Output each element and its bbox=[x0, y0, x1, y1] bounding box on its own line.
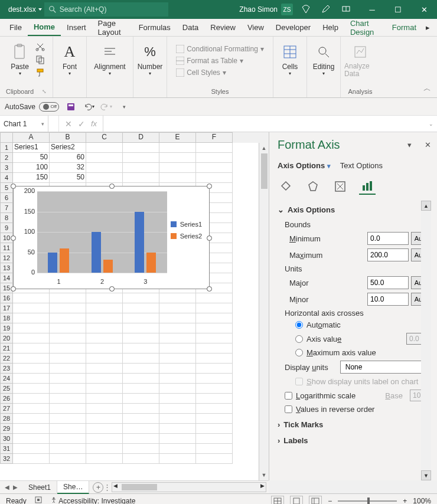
close-pane-icon[interactable]: ✕ bbox=[425, 140, 431, 149]
cell[interactable] bbox=[50, 454, 86, 464]
cell[interactable] bbox=[123, 384, 159, 394]
cell[interactable] bbox=[159, 343, 196, 354]
zoom-level[interactable]: 100% bbox=[413, 497, 431, 505]
cell[interactable] bbox=[196, 303, 233, 313]
cell[interactable] bbox=[86, 404, 123, 414]
cell[interactable] bbox=[123, 323, 159, 333]
axis-options-tab[interactable]: Axis Options ▾ bbox=[278, 161, 331, 170]
row-header[interactable]: 7 bbox=[0, 203, 13, 213]
cell[interactable] bbox=[123, 434, 159, 444]
cell[interactable] bbox=[196, 414, 233, 424]
crosses-axis-value-radio[interactable] bbox=[295, 335, 303, 343]
cell[interactable] bbox=[123, 163, 159, 173]
bounds-max-input[interactable] bbox=[367, 248, 409, 261]
number-button[interactable]: % Number ▾ bbox=[137, 40, 163, 77]
tab-insert[interactable]: Insert bbox=[61, 19, 92, 36]
cell[interactable] bbox=[86, 173, 123, 183]
tab-home[interactable]: Home bbox=[28, 19, 61, 36]
cell[interactable] bbox=[50, 323, 86, 333]
cancel-formula-icon[interactable]: ✕ bbox=[65, 119, 72, 129]
row-header[interactable]: 4 bbox=[0, 173, 13, 183]
row-header[interactable]: 6 bbox=[0, 193, 13, 203]
undo-button[interactable]: ▾ bbox=[83, 101, 94, 113]
cut-icon[interactable] bbox=[35, 42, 45, 51]
cell[interactable] bbox=[159, 293, 196, 303]
resize-handle[interactable] bbox=[207, 235, 212, 241]
chart-legend[interactable]: Series1Series2 bbox=[171, 218, 202, 242]
log-scale-checkbox[interactable] bbox=[285, 392, 292, 400]
row-header[interactable]: 14 bbox=[0, 273, 13, 283]
row-header[interactable]: 9 bbox=[0, 223, 13, 233]
col-header[interactable]: E bbox=[159, 132, 196, 143]
cell[interactable] bbox=[50, 374, 86, 384]
row-header[interactable]: 11 bbox=[0, 243, 13, 253]
format-painter-icon[interactable] bbox=[35, 68, 45, 77]
cell[interactable] bbox=[196, 424, 233, 434]
analyze-data-button[interactable]: Analyze Data bbox=[344, 40, 376, 79]
cell[interactable] bbox=[13, 354, 50, 364]
view-normal-button[interactable] bbox=[271, 496, 284, 505]
cell[interactable] bbox=[196, 434, 233, 444]
resize-handle[interactable] bbox=[109, 286, 115, 292]
cell[interactable] bbox=[196, 454, 233, 464]
cell[interactable] bbox=[13, 333, 50, 343]
cell[interactable] bbox=[196, 313, 233, 323]
cell[interactable] bbox=[123, 313, 159, 323]
cell[interactable] bbox=[86, 444, 123, 454]
effects-icon[interactable] bbox=[305, 178, 321, 195]
zoom-in-button[interactable]: + bbox=[403, 497, 407, 505]
row-header[interactable]: 32 bbox=[0, 454, 13, 464]
cell[interactable] bbox=[196, 404, 233, 414]
cell[interactable]: 32 bbox=[50, 163, 86, 173]
cell[interactable] bbox=[50, 303, 86, 313]
crosses-automatic-radio[interactable] bbox=[295, 321, 303, 329]
cell[interactable] bbox=[159, 313, 196, 323]
cell[interactable] bbox=[13, 343, 50, 354]
cell[interactable] bbox=[159, 323, 196, 333]
cell[interactable] bbox=[13, 374, 50, 384]
view-page-break-button[interactable] bbox=[309, 496, 322, 505]
legend-item[interactable]: Series2 bbox=[171, 230, 202, 242]
row-header[interactable]: 1 bbox=[0, 143, 13, 153]
minimize-button[interactable]: ─ bbox=[359, 0, 385, 19]
scroll-down-icon[interactable]: ▼ bbox=[421, 470, 431, 480]
row-header[interactable]: 13 bbox=[0, 263, 13, 273]
cell[interactable] bbox=[159, 364, 196, 374]
formula-input[interactable] bbox=[103, 116, 425, 132]
row-header[interactable]: 16 bbox=[0, 293, 13, 303]
cell[interactable] bbox=[196, 163, 233, 173]
col-header[interactable]: B bbox=[50, 132, 86, 143]
vertical-scrollbar[interactable]: ▲ ▼ bbox=[259, 143, 269, 480]
cell[interactable] bbox=[123, 424, 159, 434]
cell[interactable] bbox=[159, 444, 196, 454]
expand-formula-bar-icon[interactable]: ⌄ bbox=[425, 121, 437, 127]
font-button[interactable]: A Font ▾ bbox=[57, 40, 83, 77]
cell[interactable] bbox=[159, 454, 196, 464]
fill-line-icon[interactable] bbox=[278, 178, 294, 195]
cell[interactable] bbox=[50, 343, 86, 354]
row-header[interactable]: 30 bbox=[0, 434, 13, 444]
cell[interactable] bbox=[159, 424, 196, 434]
pane-scrollbar[interactable]: ▲ ▼ bbox=[421, 201, 431, 480]
cell[interactable] bbox=[50, 364, 86, 374]
row-header[interactable]: 25 bbox=[0, 384, 13, 394]
cell[interactable] bbox=[13, 303, 50, 313]
cell[interactable] bbox=[50, 384, 86, 394]
scroll-up-icon[interactable]: ▲ bbox=[421, 201, 431, 211]
row-header[interactable]: 26 bbox=[0, 394, 13, 404]
cell[interactable] bbox=[196, 143, 233, 153]
tab-review[interactable]: Review bbox=[204, 19, 242, 36]
cell[interactable] bbox=[86, 163, 123, 173]
row-header[interactable]: 24 bbox=[0, 374, 13, 384]
chart-plot-area[interactable] bbox=[37, 191, 167, 273]
cell[interactable] bbox=[50, 404, 86, 414]
cell[interactable] bbox=[86, 143, 123, 153]
cell[interactable] bbox=[123, 394, 159, 404]
legend-item[interactable]: Series1 bbox=[171, 218, 202, 230]
cell-styles-button[interactable]: Cell Styles ▾ bbox=[176, 68, 264, 77]
col-header[interactable]: A bbox=[13, 132, 50, 143]
chart-object[interactable]: Series1Series2 050100150200123 bbox=[13, 186, 210, 289]
scroll-up-icon[interactable]: ▲ bbox=[259, 143, 269, 153]
cell[interactable] bbox=[123, 414, 159, 424]
cell[interactable] bbox=[196, 384, 233, 394]
